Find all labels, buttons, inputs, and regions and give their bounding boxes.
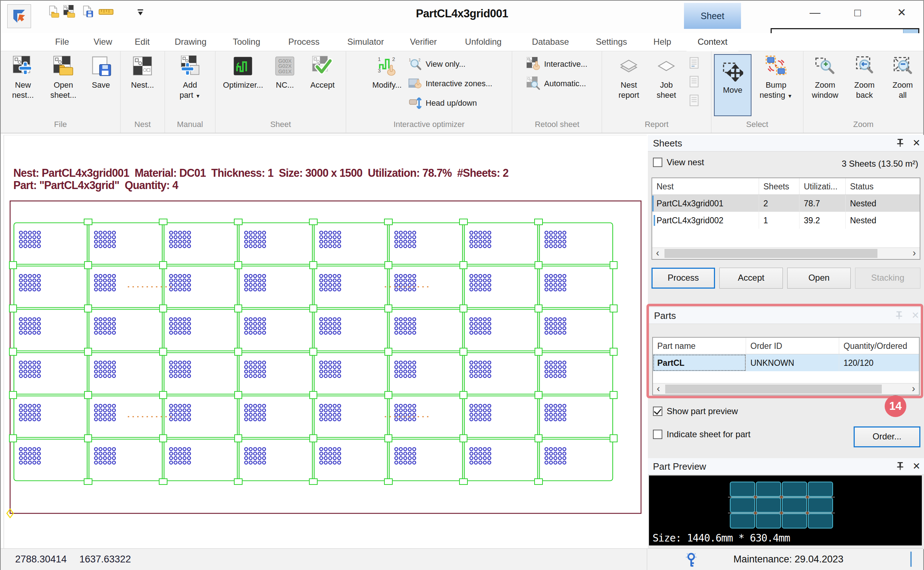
show-part-preview-checkbox[interactable]: Show part preview [653, 406, 738, 416]
close-button[interactable]: ✕ [891, 4, 912, 21]
nest-canvas[interactable]: Nest: PartCL4x3grid001 Material: DC01 Th… [4, 135, 647, 549]
part-preview-viewport[interactable]: Size: 1440.6mm * 630.4mm [649, 475, 922, 545]
nc-button[interactable]: G00X G02X G01X NC... [267, 54, 302, 90]
retool-automatic-icon [526, 77, 541, 91]
tab-drawing[interactable]: Drawing [165, 33, 216, 51]
col-utilization[interactable]: Utilizati... [800, 178, 846, 195]
retool-interactive-icon [526, 57, 541, 71]
interactive-zones-button[interactable]: Interactive zones... [408, 76, 492, 92]
tab-tooling[interactable]: Tooling [223, 33, 270, 51]
head-updown-button[interactable]: Head up/down [408, 95, 492, 111]
tab-process[interactable]: Process [279, 33, 329, 51]
part-preview-title: Part Preview [653, 461, 706, 472]
maximize-button[interactable]: □ [847, 4, 869, 21]
application-window: PartCL4x3grid001 Sheet — □ ✕ LASERGENIUS… [0, 0, 924, 570]
scroll-left-icon[interactable]: ‹ [652, 248, 663, 259]
ribbon-group-select: Move Bump nesting ▼ Select [711, 51, 803, 133]
zoom-all-button[interactable]: Zoom all [884, 54, 922, 100]
indicate-sheet-box[interactable] [653, 430, 662, 439]
col-part-name[interactable]: Part name [653, 338, 746, 354]
open-sheet-button[interactable]: Open sheet... [43, 54, 84, 100]
optimizer-button[interactable]: Optimizer... [218, 54, 267, 90]
zoom-window-button[interactable]: Zoom window [805, 54, 845, 100]
report-table-icon[interactable] [688, 75, 700, 89]
close-panel-icon[interactable]: ✕ [912, 138, 920, 148]
sheets-table-hscrollbar[interactable]: ‹ › [652, 247, 920, 259]
retool-automatic-button[interactable]: Automatic... [526, 76, 587, 92]
scroll-right-icon[interactable]: › [908, 383, 919, 394]
report-doc-icon[interactable] [688, 56, 700, 70]
new-nest-button[interactable]: New nest... [3, 54, 43, 100]
modify-button[interactable]: 1 2 3 Modify... [365, 54, 408, 90]
parts-table-hscrollbar[interactable]: ‹ › [653, 383, 919, 395]
retool-interactive-button[interactable]: Interactive... [526, 56, 587, 72]
close-panel-icon[interactable]: ✕ [912, 310, 919, 320]
col-nest[interactable]: Nest [652, 178, 759, 195]
open-button[interactable]: Open [787, 268, 851, 289]
sheets-table[interactable]: Nest Sheets Utilizati... Status PartCL4x… [651, 178, 920, 260]
add-part-button[interactable]: Add part ▼ [169, 54, 211, 101]
tab-verifier[interactable]: Verifier [400, 33, 447, 51]
part-name-cell[interactable]: PartCL [653, 354, 746, 371]
scroll-left-icon[interactable]: ‹ [653, 383, 664, 394]
accept-sheet-button[interactable]: Accept [719, 268, 783, 289]
nest-button[interactable]: Nest... [124, 54, 161, 90]
scrollbar-thumb[interactable] [665, 385, 882, 394]
row-selection-caret [652, 196, 654, 211]
cursor-x-coordinate: 2788.30414 [15, 554, 67, 565]
ribbon-group-retool-sheet: Interactive... Automatic... Retool sheet [512, 51, 602, 133]
status-divider [647, 549, 647, 570]
interactive-zones-icon [408, 77, 423, 91]
zoom-back-label: Zoom back [854, 80, 875, 100]
col-status[interactable]: Status [846, 178, 918, 195]
ribbon-group-interactive-optimizer: 1 2 3 Modify... 12 View only... [346, 51, 513, 133]
tab-edit[interactable]: Edit [124, 33, 160, 51]
show-part-preview-box[interactable] [653, 406, 662, 416]
tab-view[interactable]: View [83, 33, 123, 51]
job-sheet-button[interactable]: Job sheet [648, 54, 685, 100]
scrollbar-thumb[interactable] [665, 249, 878, 258]
ribbon: New nest... Open sheet... Save File [1, 51, 923, 133]
process-button[interactable]: Process [651, 268, 715, 289]
col-quantity[interactable]: Quantity/Ordered [839, 338, 918, 354]
tab-simulator[interactable]: Simulator [339, 33, 393, 51]
job-sheet-icon [656, 55, 677, 77]
view-nest-checkbox[interactable]: View nest [653, 157, 704, 167]
pin-icon[interactable] [896, 461, 904, 471]
nest-report-button[interactable]: Nest report [610, 54, 648, 100]
view-only-button[interactable]: 12 View only... [408, 56, 492, 72]
tab-help[interactable]: Help [646, 33, 678, 51]
pin-icon[interactable] [896, 138, 904, 148]
save-button[interactable]: Save [84, 54, 118, 90]
scroll-right-icon[interactable]: › [909, 248, 920, 259]
parts-row-1[interactable]: PartCL UNKNOWN 120/120 [653, 354, 919, 371]
sheets-row-2[interactable]: PartCL4x3grid002 1 39.2 Nested [652, 212, 920, 229]
tab-unfolding[interactable]: Unfolding [456, 33, 510, 51]
view-nest-checkbox-box[interactable] [653, 158, 662, 167]
col-sheets[interactable]: Sheets [759, 178, 800, 195]
accept-button[interactable]: Accept [302, 54, 342, 90]
tab-database[interactable]: Database [523, 33, 577, 51]
indicate-sheet-checkbox[interactable]: Indicate sheet for part [653, 429, 751, 440]
order-button[interactable]: Order... [853, 426, 920, 447]
stacking-button[interactable]: Stacking [855, 268, 920, 289]
tab-file[interactable]: File [44, 33, 80, 51]
sheets-panel-header: Sheets ✕ [648, 135, 924, 152]
minimize-button[interactable]: — [804, 4, 826, 21]
annotation-step-badge: 14 [885, 395, 906, 417]
group-label-select: Select [711, 120, 803, 133]
sheets-row-1[interactable]: PartCL4x3grid001 2 78.7 Nested [652, 195, 920, 212]
col-order-id[interactable]: Order ID [746, 338, 839, 354]
tab-settings[interactable]: Settings [586, 33, 637, 51]
move-button[interactable]: Move [714, 54, 752, 116]
right-dock-panel: Sheets ✕ View nest 3 Sheets (13.50 m²) N… [648, 135, 924, 549]
tab-context[interactable]: Context [686, 33, 738, 51]
bump-nesting-button[interactable]: Bump nesting ▼ [752, 54, 801, 101]
close-panel-icon[interactable]: ✕ [912, 461, 920, 471]
report-list-icon[interactable] [688, 94, 700, 107]
pin-icon[interactable] [895, 310, 903, 320]
parts-table[interactable]: Part name Order ID Quantity/Ordered Part… [652, 337, 920, 395]
sheets-table-header: Nest Sheets Utilizati... Status [652, 178, 920, 195]
zoom-back-button[interactable]: Zoom back [845, 54, 884, 100]
contextual-tab-sheet[interactable]: Sheet [684, 3, 741, 29]
